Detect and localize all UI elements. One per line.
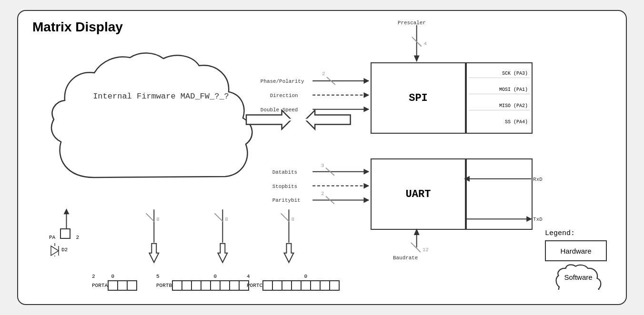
svg-text:12: 12 bbox=[423, 247, 429, 253]
pa-label: PA bbox=[49, 235, 55, 240]
svg-line-7 bbox=[327, 77, 335, 85]
svg-line-57 bbox=[281, 213, 290, 222]
spi-block: SPI bbox=[371, 62, 466, 134]
svg-line-32 bbox=[411, 243, 421, 252]
svg-marker-23 bbox=[363, 183, 369, 189]
svg-marker-46 bbox=[64, 208, 70, 214]
porta-group: 2 0 PORTA bbox=[92, 274, 137, 291]
legend-software-label: Software bbox=[564, 273, 592, 281]
svg-marker-26 bbox=[363, 197, 369, 203]
portb-label: PORTB bbox=[156, 283, 172, 288]
portc-group: 4 0 PORTC bbox=[247, 274, 340, 291]
mosi-pin: MOSI (PA1) bbox=[469, 86, 530, 94]
spi-pins-block: SCK (PA3) MOSI (PA1) MISO (PA2) SS (PA4) bbox=[466, 62, 533, 134]
pa-box bbox=[60, 228, 70, 239]
porta-label: PORTA bbox=[92, 283, 108, 288]
svg-marker-1 bbox=[414, 55, 420, 62]
svg-text:3: 3 bbox=[321, 163, 324, 168]
d2-label: D2 bbox=[61, 247, 68, 253]
svg-text:RxD: RxD bbox=[533, 177, 543, 182]
svg-marker-48 bbox=[149, 244, 159, 263]
svg-marker-52 bbox=[218, 244, 227, 263]
sck-pin: SCK (PA3) bbox=[469, 70, 530, 78]
porta-low-bit: 0 bbox=[111, 274, 115, 279]
portb-group: 5 0 PORTB bbox=[156, 274, 249, 291]
svg-marker-11 bbox=[363, 92, 369, 98]
page-title: Matrix Display bbox=[32, 20, 123, 35]
svg-marker-14 bbox=[363, 107, 369, 112]
svg-text:Paritybit: Paritybit bbox=[272, 197, 301, 203]
portc-cells bbox=[263, 280, 340, 291]
portb-high-bit: 5 bbox=[156, 274, 160, 279]
svg-line-49 bbox=[146, 213, 154, 222]
portb-cells bbox=[173, 280, 249, 291]
portc-label: PORTC bbox=[247, 283, 262, 288]
uart-right-block bbox=[466, 158, 533, 230]
pa-section: PA 2 D2 bbox=[49, 228, 79, 256]
svg-text:2: 2 bbox=[321, 191, 324, 197]
svg-marker-6 bbox=[363, 78, 369, 84]
svg-text:2: 2 bbox=[322, 71, 325, 77]
firmware-label: Internal Firmware MAD_FW_?_? bbox=[56, 92, 266, 101]
legend-section: Legend: Hardware Software bbox=[545, 229, 612, 290]
legend-software: Software bbox=[545, 264, 612, 290]
porta-high-bit: 2 bbox=[92, 274, 95, 279]
svg-text:Baudrate: Baudrate bbox=[393, 255, 418, 261]
cloud-shape bbox=[47, 49, 275, 201]
ss-pin: SS (PA4) bbox=[469, 118, 530, 126]
svg-marker-43 bbox=[305, 110, 350, 129]
svg-line-27 bbox=[326, 196, 334, 204]
svg-text:8: 8 bbox=[225, 217, 228, 222]
svg-text:8: 8 bbox=[156, 217, 160, 222]
svg-text:4: 4 bbox=[424, 41, 427, 47]
svg-text:Databits: Databits bbox=[272, 169, 297, 175]
legend-hardware: Hardware bbox=[545, 240, 607, 261]
svg-text:Prescaler: Prescaler bbox=[398, 20, 426, 26]
portc-high-bit: 4 bbox=[247, 274, 250, 279]
svg-text:TxD: TxD bbox=[533, 217, 543, 222]
svg-text:Stopbits: Stopbits bbox=[272, 184, 297, 189]
pa-bits: 2 bbox=[76, 235, 79, 240]
svg-text:8: 8 bbox=[291, 217, 294, 222]
svg-line-19 bbox=[326, 168, 334, 176]
svg-marker-59 bbox=[51, 246, 59, 256]
portc-low-bit: 0 bbox=[304, 274, 308, 279]
svg-marker-18 bbox=[363, 169, 369, 175]
legend-title: Legend: bbox=[545, 229, 612, 237]
porta-cells bbox=[109, 280, 137, 291]
svg-line-2 bbox=[412, 37, 422, 47]
uart-block: UART bbox=[371, 158, 466, 230]
svg-line-53 bbox=[214, 213, 223, 222]
portb-low-bit: 0 bbox=[214, 274, 217, 279]
led-symbol: D2 bbox=[49, 243, 79, 256]
miso-pin: MISO (PA2) bbox=[469, 102, 530, 110]
main-container: Matrix Display Internal Firmware MAD_FW_… bbox=[17, 10, 627, 305]
svg-marker-56 bbox=[284, 244, 294, 263]
